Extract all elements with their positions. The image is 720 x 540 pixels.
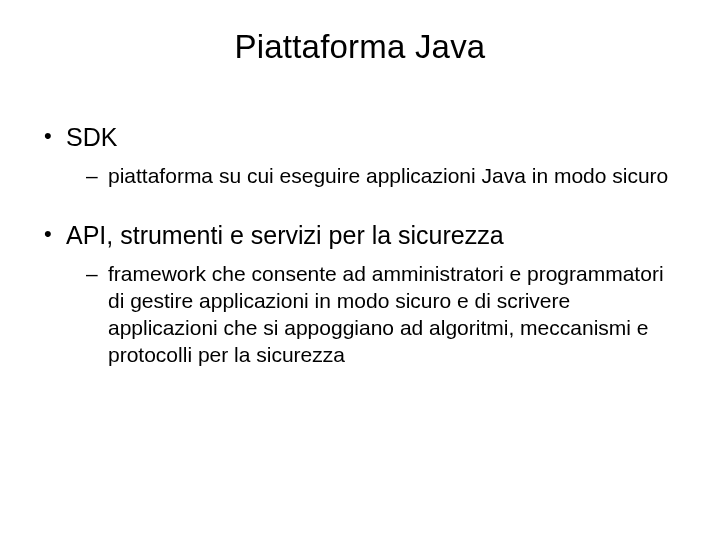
list-item-label: SDK — [66, 123, 117, 151]
sub-list: piattaforma su cui eseguire applicazioni… — [66, 163, 680, 190]
bullet-list: SDK piattaforma su cui eseguire applicaz… — [40, 122, 680, 369]
slide-title: Piattaforma Java — [40, 28, 680, 66]
sub-list-item: piattaforma su cui eseguire applicazioni… — [66, 163, 680, 190]
sub-list-item-text: piattaforma su cui eseguire applicazioni… — [108, 164, 668, 187]
list-item: API, strumenti e servizi per la sicurezz… — [40, 220, 680, 369]
slide: Piattaforma Java SDK piattaforma su cui … — [0, 0, 720, 540]
list-item-label: API, strumenti e servizi per la sicurezz… — [66, 221, 504, 249]
sub-list: framework che consente ad amministratori… — [66, 261, 680, 369]
list-item: SDK piattaforma su cui eseguire applicaz… — [40, 122, 680, 190]
sub-list-item: framework che consente ad amministratori… — [66, 261, 680, 369]
sub-list-item-text: framework che consente ad amministratori… — [108, 262, 664, 366]
